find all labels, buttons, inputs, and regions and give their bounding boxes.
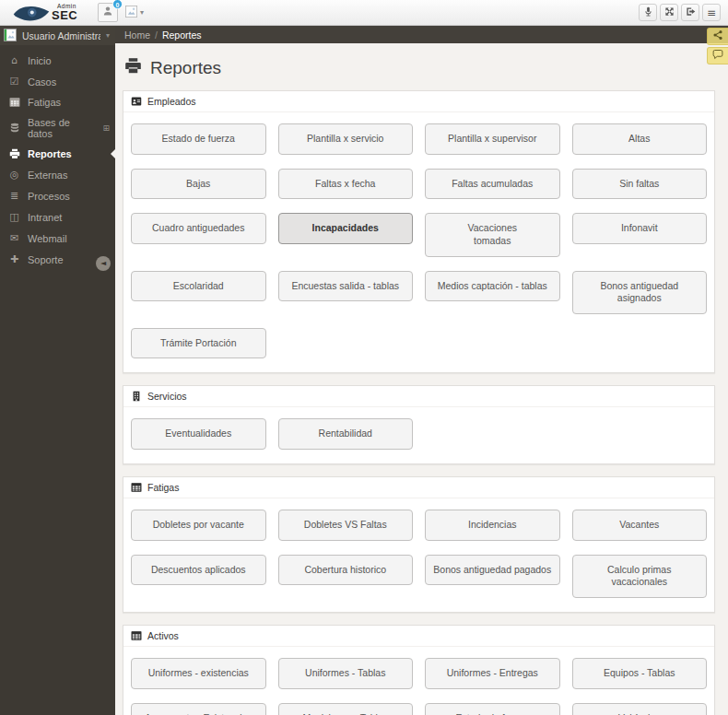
report-button-medios-captación-tablas[interactable]: Medios captación - tablas xyxy=(425,271,560,302)
sidebar-user-name: Usuario Administrad... xyxy=(22,30,100,41)
sidebar-collapse-button[interactable]: ◄ xyxy=(96,256,111,271)
report-button-sin-faltas[interactable]: Sin faltas xyxy=(572,169,708,200)
sidebar-item-label: Inicio xyxy=(28,55,52,66)
sidebar-item-casos[interactable]: ☑Casos xyxy=(0,71,115,92)
globe-icon: ◎ xyxy=(8,169,20,181)
table-icon xyxy=(131,630,142,641)
report-button-estado-de-fuerza[interactable]: Estado de fuerza xyxy=(425,703,560,715)
building-icon xyxy=(131,391,142,402)
user-notifications-button[interactable]: 0 xyxy=(98,3,118,22)
report-button-uniformes-entregas[interactable]: Uniformes - Entregas xyxy=(425,658,560,689)
sidebar-item-label: Externas xyxy=(28,170,67,181)
broken-avatar-image-icon xyxy=(125,6,137,20)
feedback-float-button[interactable] xyxy=(707,47,728,64)
report-button-faltas-acumuladas[interactable]: Faltas acumuladas xyxy=(425,169,560,200)
user-avatar-dropdown[interactable]: ▾ xyxy=(125,6,144,20)
table-icon xyxy=(131,482,142,493)
sidebar-item-label: Soporte xyxy=(28,254,64,265)
logout-icon xyxy=(686,6,696,19)
sidebar-item-bases-de-datos[interactable]: Bases de datos⊞ xyxy=(0,112,115,144)
report-button-faltas-x-fecha[interactable]: Faltas x fecha xyxy=(278,169,414,200)
panel-header: Fatigas xyxy=(123,477,714,498)
panel-title: Servicios xyxy=(147,391,187,402)
breadcrumb-home-link[interactable]: Home xyxy=(124,29,150,41)
report-button-vehículos[interactable]: Vehículos xyxy=(572,703,708,715)
sidebar-item-label: Bases de datos xyxy=(28,117,95,139)
report-button-calculo-primas-vacacionales[interactable]: Calculo primas vacacionales xyxy=(572,555,708,598)
report-button-bonos-antiguedad-pagados[interactable]: Bonos antiguedad pagados xyxy=(425,555,560,586)
report-button-estado-de-fuerza[interactable]: Estado de fuerza xyxy=(131,123,266,155)
report-button-cobertura-historico[interactable]: Cobertura historico xyxy=(278,555,414,586)
sidebar-item-webmail[interactable]: ✉Webmail xyxy=(0,228,115,249)
report-button-eventualidades[interactable]: Eventualidades xyxy=(131,418,266,450)
content-area: Home / Reportes Reportes EmpleadosEstado… xyxy=(115,26,728,715)
report-button-dobletes-vs-faltas[interactable]: Dobletes VS Faltas xyxy=(278,510,414,541)
report-button-incidencias[interactable]: Incidencias xyxy=(425,510,560,541)
report-button-equipos-tablas[interactable]: Equipos - Tablas xyxy=(572,658,708,689)
panel-header: Empleados xyxy=(123,91,714,112)
panel-activos: ActivosUniformes - existenciasUniformes … xyxy=(123,625,715,715)
sidebar-item-fatigas[interactable]: Fatigas xyxy=(0,92,115,112)
envelope-icon: ✉ xyxy=(8,232,20,244)
sidebar-item-label: Fatigas xyxy=(28,97,61,108)
report-button-vacantes[interactable]: Vacantes xyxy=(572,510,708,541)
list-icon: ≣ xyxy=(8,190,20,202)
chevron-down-icon: ▾ xyxy=(106,31,110,40)
report-button-uniformes-tablas[interactable]: Uniformes - Tablas xyxy=(278,658,414,689)
home-icon: ⌂ xyxy=(8,54,20,66)
menu-icon: ≡ xyxy=(707,6,716,19)
report-button-armamento-existencias[interactable]: Armamento - Existencias xyxy=(131,703,266,715)
sidebar-item-inicio[interactable]: ⌂Inicio xyxy=(0,50,115,71)
sidebar-item-label: Casos xyxy=(28,76,56,88)
report-button-uniformes-existencias[interactable]: Uniformes - existencias xyxy=(131,658,266,689)
app-logo[interactable]: Admin SEC xyxy=(0,4,92,22)
top-navbar: Admin SEC 0 xyxy=(0,0,728,26)
expand-plus-icon[interactable]: ⊞ xyxy=(102,123,110,133)
sidebar: Usuario Administrad... ▾ ⌂Inicio☑CasosFa… xyxy=(0,26,115,715)
share-icon xyxy=(712,29,723,43)
menu-button[interactable]: ≡ xyxy=(702,4,721,21)
check-square-icon: ☑ xyxy=(8,76,20,88)
sidebar-item-externas[interactable]: ◎Externas xyxy=(0,164,115,185)
breadcrumb-current: Reportes xyxy=(162,29,202,41)
report-button-municiones-tablas[interactable]: Municiones - Tablas xyxy=(278,703,414,715)
print-icon xyxy=(8,148,20,159)
report-button-altas[interactable]: Altas xyxy=(572,123,708,155)
share-float-button[interactable] xyxy=(707,28,728,45)
fullscreen-icon xyxy=(664,6,675,19)
app-window: Admin SEC 0 xyxy=(0,0,728,715)
report-button-dobletes-por-vacante[interactable]: Dobletes por vacante xyxy=(131,510,266,541)
report-button-infonavit[interactable]: Infonavit xyxy=(572,213,708,244)
report-button-incapacidades[interactable]: Incapacidades xyxy=(278,213,414,244)
sidebar-item-intranet[interactable]: ◫Intranet xyxy=(0,206,115,228)
table-icon xyxy=(8,97,20,108)
medkit-icon: ✚ xyxy=(8,253,20,265)
panel-body: Estado de fuerzaPlantilla x servicioPlan… xyxy=(123,112,714,372)
sidebar-item-reportes[interactable]: Reportes xyxy=(0,144,115,164)
panel-title: Empleados xyxy=(147,96,196,107)
fullscreen-button[interactable] xyxy=(660,4,678,21)
report-button-bonos-antiguedad-asignados[interactable]: Bonos antiguedad asignados xyxy=(572,271,708,314)
report-button-plantilla-x-supervisor[interactable]: Plantilla x supervisor xyxy=(425,123,560,155)
microphone-button[interactable] xyxy=(639,4,657,21)
report-button-bajas[interactable]: Bajas xyxy=(131,169,266,200)
report-button-plantilla-x-servicio[interactable]: Plantilla x servicio xyxy=(278,123,414,155)
sidebar-item-label: Webmail xyxy=(28,233,67,244)
logout-button[interactable] xyxy=(681,4,699,21)
eye-logo-icon xyxy=(13,4,50,22)
report-button-rentabilidad[interactable]: Rentabilidad xyxy=(278,418,414,450)
sidebar-user-panel[interactable]: Usuario Administrad... ▾ xyxy=(0,26,115,45)
floating-side-buttons xyxy=(707,28,728,64)
report-button-trámite-portación[interactable]: Trámite Portación xyxy=(131,328,266,359)
report-button-descuentos-aplicados[interactable]: Descuentos aplicados xyxy=(131,555,266,586)
sidebar-item-procesos[interactable]: ≣Procesos xyxy=(0,185,115,206)
report-button-encuestas-salida-tablas[interactable]: Encuestas salida - tablas xyxy=(278,271,414,302)
notification-badge: 0 xyxy=(112,0,123,9)
sidebar-menu: ⌂Inicio☑CasosFatigasBases de datos⊞Repor… xyxy=(0,45,115,270)
report-button-escolaridad[interactable]: Escolaridad xyxy=(131,271,266,302)
breadcrumb: Home / Reportes xyxy=(115,26,728,43)
report-button-cuadro-antiguedades[interactable]: Cuadro antiguedades xyxy=(131,213,266,244)
printer-icon xyxy=(124,57,142,79)
report-button-vacaciones-tomadas[interactable]: Vacaciones tomadas xyxy=(425,213,560,256)
panel-header: Servicios xyxy=(123,386,714,407)
